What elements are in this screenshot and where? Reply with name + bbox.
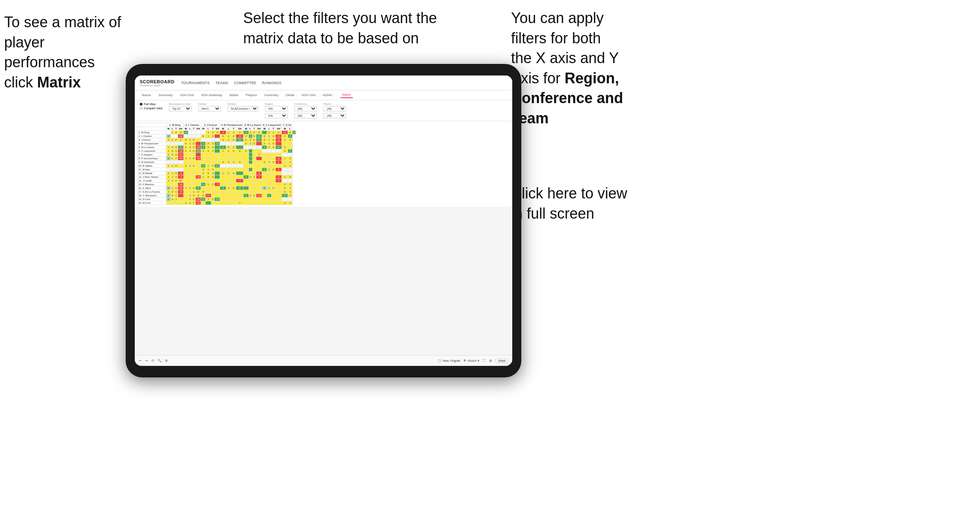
fullscreen-btn[interactable]: ⛶ bbox=[483, 359, 486, 363]
view-original-label: 📋 View: Original bbox=[438, 359, 460, 363]
nav-committee[interactable]: COMMITTEE bbox=[234, 81, 256, 85]
table-row: 20. M Ford331-11711 bbox=[138, 201, 296, 205]
max-players-filter: Max players in view Top 25 bbox=[169, 103, 192, 111]
share-button[interactable]: Share bbox=[495, 358, 508, 363]
region-filter: Region N/A N/A bbox=[265, 103, 288, 118]
region-select[interactable]: N/A bbox=[265, 106, 288, 111]
col-header-3: 3. J Koivun bbox=[201, 123, 220, 127]
conference-filter: Conference (All) (All) bbox=[294, 103, 317, 118]
subnav-h2h-heatmap[interactable]: H2H Heatmap bbox=[199, 92, 224, 98]
col-header-4: 4. M Thorbjornsen bbox=[220, 123, 244, 127]
tablet-frame: SCOREBOARD Powered by clippd TOURNAMENTS… bbox=[126, 64, 521, 377]
table-row: 4. M Thorbjornsen01010013010010 bbox=[138, 142, 296, 146]
region-select2[interactable]: N/A bbox=[265, 113, 288, 118]
table-row: 11. M Ege0100104 bbox=[138, 168, 296, 172]
table-row: 7. G Sargent200-153 bbox=[138, 153, 296, 157]
full-view-option[interactable]: Full View bbox=[140, 103, 162, 106]
compact-view-option[interactable]: Compact View bbox=[140, 107, 162, 110]
gender-filter: Gender Men's bbox=[198, 103, 221, 111]
conference-select2[interactable]: (All) bbox=[294, 113, 317, 118]
division-filter: Division NCAA Division I bbox=[227, 103, 258, 111]
players-filter: Players (All) (All) bbox=[324, 103, 346, 118]
table-row: 1. W Ding12011110-2120173000101302 bbox=[138, 131, 296, 134]
table-row: 12. M Riedel110-6100100-6 bbox=[138, 172, 296, 175]
division-select[interactable]: NCAA Division I bbox=[227, 106, 258, 111]
toolbar-refresh[interactable]: ↺ bbox=[151, 359, 154, 363]
annotation-topcenter: Select the filters you want the matrix d… bbox=[243, 8, 441, 48]
compact-view-radio[interactable] bbox=[140, 107, 143, 110]
players-select2[interactable]: (All) bbox=[324, 113, 346, 118]
annotation-topright: You can apply filters for both the X axi… bbox=[511, 8, 676, 129]
annotation-topleft: To see a matrix of player performances c… bbox=[4, 12, 136, 92]
subnav-matrix[interactable]: Matrix bbox=[228, 92, 240, 98]
table-row: 14. J Lundin11010-7-7 bbox=[138, 179, 296, 183]
nav-tournaments[interactable]: TOURNAMENTS bbox=[181, 81, 209, 85]
subnav-h2h-grid2[interactable]: H2H Grid bbox=[300, 92, 317, 98]
col-header-6: 6. C Lamprecht bbox=[262, 123, 282, 127]
main-nav: TOURNAMENTS TEAMS COMMITTEE RANKINGS bbox=[181, 81, 281, 85]
sub-nav: Teams Summary H2H Grid H2H Heatmap Matri… bbox=[135, 90, 512, 100]
matrix-scroll[interactable]: 1. W Ding 2. L Clanton 3. J Koivun 4. M … bbox=[135, 121, 512, 355]
annotation-bottomright: Click here to view in full screen bbox=[511, 184, 676, 224]
view-group: Full View Compact View bbox=[140, 103, 162, 110]
max-players-select[interactable]: Top 25 bbox=[169, 106, 192, 111]
table-row: 13. J Skov Olesen110-3-19100220-1-713 bbox=[138, 175, 296, 179]
table-row: 6. C Lamprecht100-16240243001106001 bbox=[138, 149, 296, 153]
table-row: 19. D Ford20120-2001013 bbox=[138, 198, 296, 201]
matrix-header-empty bbox=[138, 123, 166, 127]
table-row: 15. P Maichon-19410-722 bbox=[138, 183, 296, 186]
table-row: 18. C Sherwood2011300-11220-10145 bbox=[138, 194, 296, 198]
table-row: 2. L Clanton2-160100101304011010-2422 bbox=[138, 134, 296, 138]
table-row: 3. J Koivun11020100101304011010-612 bbox=[138, 138, 296, 142]
nav-rankings[interactable]: RANKINGS bbox=[262, 81, 281, 85]
matrix-table: 1. W Ding 2. L Clanton 3. J Koivun 4. M … bbox=[137, 123, 296, 205]
app-header: SCOREBOARD Powered by clippd TOURNAMENTS… bbox=[135, 75, 512, 90]
table-row: 8. P Summerhays512-46220-16-1112 bbox=[138, 157, 296, 160]
subnav-summary[interactable]: Summary bbox=[157, 92, 174, 98]
conference-select[interactable]: (All) bbox=[294, 106, 317, 111]
bottom-toolbar: ↩ ↪ ↺ 🔍 ⚙ 📋 View: Original 👁 Watch ▾ ⛶ ⊞… bbox=[135, 355, 512, 366]
expand-btn[interactable]: ⊞ bbox=[489, 359, 492, 363]
table-row: 5. M La Sasso1006200-1610010010060 bbox=[138, 146, 296, 149]
table-row: 10. B Valdes1100100101111 bbox=[138, 164, 296, 168]
col-header-1: 1. W Ding bbox=[166, 123, 184, 127]
subnav-h2h-grid[interactable]: H2H Grid bbox=[178, 92, 195, 98]
watch-btn[interactable]: 👁 Watch ▾ bbox=[463, 359, 479, 363]
table-row: 17. S De La Fuente200-810002 bbox=[138, 190, 296, 194]
logo: SCOREBOARD Powered by clippd bbox=[140, 79, 174, 87]
filter-bar: Full View Compact View Max players in vi… bbox=[135, 100, 512, 121]
tablet-screen: SCOREBOARD Powered by clippd TOURNAMENTS… bbox=[135, 75, 512, 366]
col-header-7: 7. G Sa bbox=[282, 123, 292, 127]
full-view-radio[interactable] bbox=[140, 103, 143, 106]
col-header-5: 5. M La Sasso bbox=[244, 123, 262, 127]
gender-select[interactable]: Men's bbox=[198, 106, 221, 111]
nav-teams[interactable]: TEAMS bbox=[216, 81, 228, 85]
subnav-teams[interactable]: Teams bbox=[140, 92, 153, 98]
subnav-players[interactable]: Players bbox=[244, 92, 259, 98]
table-row: 9. N Gabrelcik000901011 bbox=[138, 160, 296, 164]
subnav-summary2[interactable]: Summary bbox=[263, 92, 280, 98]
matrix-subheader-empty bbox=[138, 127, 166, 131]
col-header-2: 2. L Clanton bbox=[183, 123, 201, 127]
toolbar-undo[interactable]: ↩ bbox=[139, 359, 142, 363]
toolbar-settings[interactable]: ⚙ bbox=[165, 359, 168, 363]
subnav-h2hh[interactable]: H2HH... bbox=[321, 92, 336, 98]
subnav-detail[interactable]: Detail bbox=[284, 92, 296, 98]
toolbar-search[interactable]: 🔍 bbox=[157, 359, 162, 363]
table-row: 16. K Vilips210-252204330801001 bbox=[138, 186, 296, 190]
players-select[interactable]: (All) bbox=[324, 106, 346, 111]
matrix-area: 1. W Ding 2. L Clanton 3. J Koivun 4. M … bbox=[135, 121, 512, 207]
toolbar-redo[interactable]: ↪ bbox=[145, 359, 148, 363]
subnav-matrix-active[interactable]: Matrix bbox=[340, 92, 353, 98]
